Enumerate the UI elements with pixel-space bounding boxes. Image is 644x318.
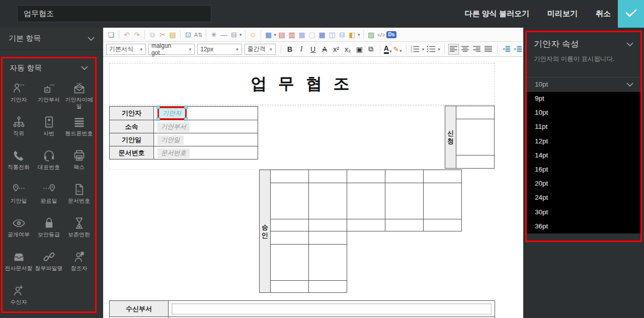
sidebar-item-draft-department[interactable]: 기안부서: [34, 77, 64, 111]
selection-handle[interactable]: [156, 106, 160, 109]
sidebar-item-fax[interactable]: 팩스: [64, 145, 94, 179]
request-label-cell[interactable]: 신청: [445, 106, 456, 169]
italic-button[interactable]: I: [296, 45, 307, 53]
align-justify-icon[interactable]: [483, 44, 494, 55]
receive-input-field[interactable]: [172, 303, 492, 314]
table-cell[interactable]: [456, 106, 495, 119]
split-row-icon[interactable]: ◫: [327, 29, 337, 40]
chevron-down-icon[interactable]: [626, 42, 633, 46]
table-cell[interactable]: [424, 219, 462, 231]
table-cell[interactable]: [271, 183, 309, 219]
info-value-cell[interactable]: 기안부서: [154, 120, 258, 133]
sidebar-item-security-level[interactable]: 보안등급: [34, 212, 64, 246]
info-label-cell[interactable]: 소속: [110, 120, 154, 133]
font-size-option-30pt[interactable]: 30pt: [527, 205, 640, 219]
table-cell[interactable]: [385, 183, 424, 219]
font-size-option-10pt[interactable]: 10pt: [527, 106, 640, 120]
insert-frame-icon[interactable]: ⊡: [183, 29, 193, 40]
ordered-list-icon[interactable]: 123: [410, 44, 421, 55]
load-other-form-button[interactable]: 다른 양식 불러오기: [465, 9, 529, 19]
font-size-select[interactable]: 12px▾: [197, 44, 242, 55]
draft-date-field-chip[interactable]: 기안일: [157, 135, 184, 145]
info-label-cell[interactable]: 기안일: [110, 133, 154, 146]
align-center-icon[interactable]: [460, 44, 470, 55]
highlight-color-button[interactable]: ✎▾: [393, 45, 402, 53]
table-cell[interactable]: [309, 245, 347, 281]
redo-icon[interactable]: ↷: [132, 29, 142, 40]
font-size-option-16pt[interactable]: 16pt: [527, 163, 640, 177]
selection-handle[interactable]: [156, 117, 160, 121]
table-cell[interactable]: [347, 183, 385, 219]
confirm-button[interactable]: [618, 0, 644, 28]
subscript-button[interactable]: x₂: [343, 45, 353, 53]
info-label-cell[interactable]: 문서번호: [110, 146, 154, 160]
dropdown-caret[interactable]: ▾: [422, 47, 425, 52]
sidebar-item-cc-user[interactable]: 참조자: [64, 246, 94, 280]
font-size-option-14pt[interactable]: 14pt: [527, 148, 640, 163]
sidebar-item-position[interactable]: 직위: [4, 111, 34, 145]
sidebar-item-mobile-number[interactable]: 핸드폰번호: [64, 111, 94, 145]
receive-label-cell[interactable]: 수신부서: [110, 301, 169, 317]
emoticon-icon[interactable]: ☺: [248, 29, 258, 40]
sidebar-item-company-docbox[interactable]: 전사문서함: [4, 246, 34, 280]
table-cell[interactable]: [309, 219, 347, 231]
section-basic-items[interactable]: 기본 항목: [0, 28, 103, 50]
table-cell[interactable]: [271, 219, 309, 231]
sidebar-item-employee-number[interactable]: No. 사번: [34, 111, 64, 145]
table-cell[interactable]: [385, 219, 424, 231]
document-number-field-chip[interactable]: 문서번호: [157, 148, 190, 158]
info-label-cell[interactable]: 기안자: [110, 107, 154, 120]
split-column-icon[interactable]: ⊟: [337, 29, 347, 40]
table-cell[interactable]: [271, 231, 309, 245]
table-cell[interactable]: [271, 170, 309, 183]
font-size-option-36pt[interactable]: 36pt: [527, 219, 640, 233]
font-size-option-20pt[interactable]: 20pt: [527, 177, 640, 191]
special-character-icon[interactable]: ✳: [209, 29, 219, 40]
character-style-button[interactable]: ▣: [354, 45, 365, 53]
approval-label-cell[interactable]: 승인: [260, 170, 271, 293]
undo-icon[interactable]: ↶: [122, 29, 132, 40]
paste-icon[interactable]: ▤: [168, 29, 178, 40]
dropdown-caret[interactable]: ▾: [239, 32, 242, 37]
selection-handle[interactable]: [184, 106, 188, 109]
table-cell[interactable]: [309, 170, 347, 183]
font-color-button[interactable]: A▾: [384, 45, 392, 54]
font-size-option-11pt[interactable]: 11pt: [527, 120, 640, 134]
dropdown-caret[interactable]: ▾: [274, 32, 277, 37]
table-cell[interactable]: [271, 245, 309, 281]
table-cell[interactable]: [385, 170, 424, 183]
table-cell[interactable]: [347, 170, 385, 183]
info-value-cell[interactable]: 문서번호: [154, 146, 258, 160]
view-source-icon[interactable]: </>: [376, 29, 386, 40]
copy-icon[interactable]: ⧉: [147, 29, 157, 40]
strikethrough-button[interactable]: A: [319, 45, 330, 53]
receive-value-cell[interactable]: [169, 301, 495, 317]
sidebar-item-attachment-name[interactable]: 첨부파일명: [34, 246, 64, 280]
indent-icon[interactable]: [513, 44, 523, 55]
cut-icon[interactable]: ✂: [157, 29, 168, 40]
info-value-cell[interactable]: 기안자: [154, 107, 258, 120]
table-cell[interactable]: [347, 219, 385, 231]
table-cell[interactable]: [424, 183, 462, 219]
sidebar-item-complete-date[interactable]: 완료일: [34, 179, 64, 212]
table-cell[interactable]: [271, 281, 309, 293]
align-right-icon[interactable]: [471, 44, 482, 55]
sidebar-item-document-number[interactable]: No. 문서번호: [64, 179, 94, 212]
horizontal-rule-icon[interactable]: ―: [219, 29, 229, 40]
cell-background-icon[interactable]: ▦: [317, 29, 327, 40]
line-spacing-select[interactable]: 줄간격▾: [245, 44, 276, 55]
ds-editor-icon[interactable]: Ds: [386, 31, 397, 38]
sidebar-item-direct-phone[interactable]: 직통전화: [4, 145, 34, 179]
superscript-button[interactable]: x²: [331, 45, 342, 53]
sidebar-item-drafter[interactable]: 기안자: [4, 77, 34, 111]
font-size-option-12pt[interactable]: 12pt: [527, 134, 640, 148]
preview-button[interactable]: 미리보기: [547, 9, 578, 19]
sidebar-item-receiver[interactable]: 수신자: [4, 280, 34, 313]
drafter-field-chip[interactable]: 기안자: [159, 109, 185, 118]
underline-button[interactable]: U: [308, 45, 318, 53]
outdent-icon[interactable]: [501, 44, 512, 55]
new-document-icon[interactable]: ❏: [106, 29, 116, 40]
table-cell[interactable]: [456, 119, 495, 155]
cancel-button[interactable]: 취소: [596, 9, 611, 19]
sort-text-icon[interactable]: A⇅: [193, 29, 203, 40]
